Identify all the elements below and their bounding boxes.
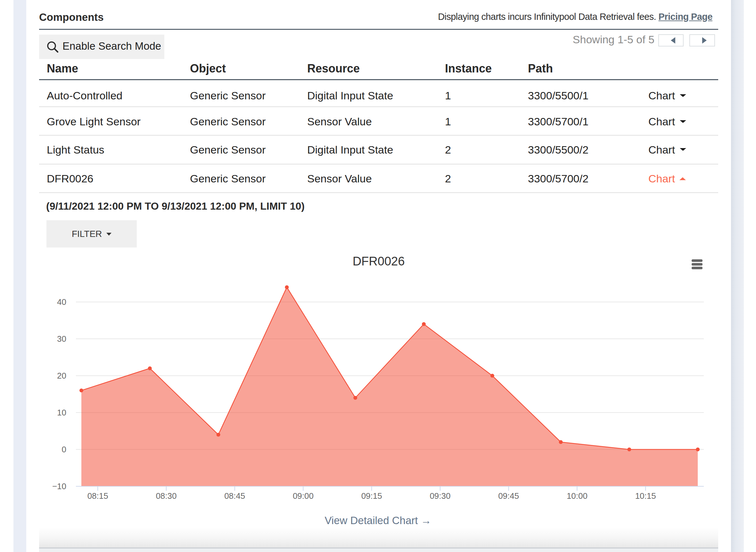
svg-text:08:30: 08:30 (156, 491, 177, 501)
svg-text:09:15: 09:15 (361, 491, 382, 501)
svg-text:−10: −10 (52, 481, 66, 491)
svg-text:09:30: 09:30 (429, 491, 450, 501)
svg-text:10:00: 10:00 (567, 491, 587, 501)
svg-text:10: 10 (57, 408, 66, 417)
svg-text:09:45: 09:45 (498, 491, 519, 501)
svg-text:0: 0 (62, 445, 66, 454)
svg-text:DFR0026: DFR0026 (353, 255, 405, 268)
svg-text:30: 30 (57, 334, 66, 343)
svg-text:08:45: 08:45 (224, 491, 245, 501)
svg-text:20: 20 (57, 371, 66, 381)
svg-text:08:15: 08:15 (87, 491, 108, 501)
svg-text:10:15: 10:15 (635, 491, 656, 501)
svg-text:09:00: 09:00 (293, 491, 314, 501)
svg-text:40: 40 (57, 297, 66, 307)
